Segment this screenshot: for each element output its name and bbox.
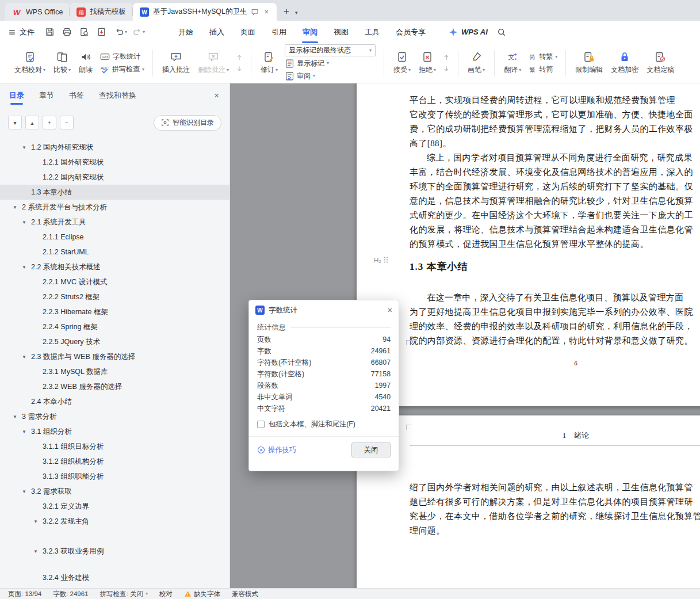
ribbon-translate-button[interactable]: 文翻译▾: [500, 49, 525, 77]
window-tab-wps-home[interactable]: WWPS Office: [5, 3, 70, 21]
status-spellcheck-toggle[interactable]: 拼写检查: 关闭▾: [94, 590, 154, 598]
document-page-2[interactable]: 1绪论 绍了国内外学者对相关问题的研究，由以上叙述表明，卫生信息化预算管题已经有…: [357, 415, 700, 588]
window-tab-docer-template[interactable]: 稻找稿壳模板: [70, 3, 133, 21]
ribbon-bubble-add-button[interactable]: 插入批注: [158, 49, 194, 77]
toc-item[interactable]: 2.2.2 Struts2 框架: [0, 289, 229, 304]
toc-item[interactable]: 3.1.1 组织目标分析: [0, 439, 229, 454]
ribbon-markup-button[interactable]: 显示标记▾: [285, 58, 376, 69]
sidebar-close-icon[interactable]: ×: [214, 83, 219, 108]
expand-triangle-icon[interactable]: ▼: [22, 429, 26, 434]
status-compat-mode[interactable]: 兼容模式: [226, 590, 264, 598]
tab-close-icon[interactable]: ×: [263, 7, 270, 16]
toc-item[interactable]: 3.2.4 业务建模: [0, 570, 229, 585]
toc-item[interactable]: 3.1.2 组织机构分析: [0, 454, 229, 469]
ribbon-tab-视图[interactable]: 视图: [326, 21, 357, 43]
ribbon-count-button[interactable]: 123字数统计: [100, 51, 144, 63]
smart-toc-button[interactable]: 智能识别目录: [154, 115, 221, 131]
dialog-close-icon[interactable]: ×: [388, 306, 392, 315]
toc-item[interactable]: 2.3.2 WEB 服务器的选择: [0, 379, 229, 394]
toc-item[interactable]: ▼3.2 需求获取: [0, 484, 229, 499]
toc-item[interactable]: 2.2.3 Hibernate 框架: [0, 304, 229, 319]
toc-item[interactable]: 2.1.1 Eclipse: [0, 230, 229, 245]
ribbon-proof-button[interactable]: 文档校对▾: [10, 49, 49, 77]
tab-list-chevron-icon[interactable]: ▾: [295, 10, 298, 16]
wps-ai-button[interactable]: WPS AI: [449, 28, 488, 37]
ribbon-final-button[interactable]: 文档定稿: [642, 49, 678, 77]
toc-item[interactable]: 2.3.1 MySQL 数据库: [0, 364, 229, 379]
ribbon-tab-插入[interactable]: 插入: [201, 21, 232, 43]
ribbon-bubble-del-button[interactable]: 删除批注▾: [194, 49, 233, 77]
toc-item[interactable]: 2.2.1 MVC 设计模式: [0, 274, 229, 289]
toc-item[interactable]: 1.3 本章小结: [0, 185, 229, 200]
ribbon-tab-工具[interactable]: 工具: [357, 21, 388, 43]
undo-button[interactable]: ▾: [114, 27, 127, 37]
expand-triangle-icon[interactable]: ▼: [22, 265, 26, 270]
ribbon-tab-引用[interactable]: 引用: [263, 21, 294, 43]
tips-link[interactable]: 操作技巧: [257, 445, 296, 455]
heading-level-marker[interactable]: H₂: [374, 256, 388, 264]
toc-item[interactable]: 2.2.5 JQuery 技术: [0, 334, 229, 349]
ribbon-accept-button[interactable]: 接受▾: [389, 49, 415, 77]
window-tab-document[interactable]: W基于JavaSSH+MySQL的卫生×: [133, 3, 277, 21]
toc-item[interactable]: ▼2.1 系统开发工具: [0, 215, 229, 230]
sidebar-tab-查找和替换[interactable]: 查找和替换: [99, 83, 136, 108]
sidebar-tab-书签[interactable]: 书签: [69, 83, 84, 108]
ribbon-tab-页面[interactable]: 页面: [232, 21, 263, 43]
toc-item[interactable]: ▼2.2 系统相关技术概述: [0, 260, 229, 274]
ribbon-tab-会员专享[interactable]: 会员专享: [388, 21, 434, 43]
expand-triangle-icon[interactable]: ▼: [22, 354, 26, 360]
status-missing-font[interactable]: 缺失字体: [178, 590, 226, 598]
redo-button[interactable]: ▾: [132, 27, 145, 37]
toc-item[interactable]: 3.1.3 组织职能分析: [0, 469, 229, 484]
ribbon-restrict-button[interactable]: 限制编辑: [571, 49, 607, 77]
toc-item[interactable]: ▼3.2.3 获取业务用例: [0, 544, 229, 559]
expand-triangle-icon[interactable]: ▼: [33, 549, 38, 554]
toc-item[interactable]: ▼3.2.2 发现主角: [0, 514, 229, 529]
markup-state-combobox[interactable]: 显示标记的最终状态▾: [285, 44, 376, 56]
ribbon-speaker-button[interactable]: 朗读: [75, 49, 97, 77]
toc-item[interactable]: ▼3 需求分析: [0, 409, 229, 424]
print-button[interactable]: [62, 27, 72, 37]
expand-triangle-icon[interactable]: ▼: [22, 489, 26, 494]
expand-triangle-icon[interactable]: ▼: [22, 220, 26, 225]
sidebar-tab-章节[interactable]: 章节: [39, 83, 54, 108]
toc-item[interactable]: 2.2.4 Spring 框架: [0, 319, 229, 334]
ribbon-encrypt-button[interactable]: 文档加密: [607, 49, 642, 77]
status-page-indicator[interactable]: 页面: 13/94: [2, 590, 47, 598]
ribbon-tab-开始[interactable]: 开始: [170, 21, 201, 43]
include-footnotes-checkbox[interactable]: 包括文本框、脚注和尾注(F): [257, 419, 391, 429]
comment-bubble-icon[interactable]: [251, 8, 259, 16]
dialog-titlebar[interactable]: W 字数统计 ×: [249, 300, 399, 320]
drag-handle-icon[interactable]: [384, 256, 388, 264]
ribbon-brush-button[interactable]: 画笔▾: [464, 49, 489, 77]
ribbon-zh-fan-button[interactable]: 繁转简: [528, 64, 557, 75]
ribbon-zh-jian-button[interactable]: 简转繁▾: [528, 51, 557, 63]
chevron-up-button[interactable]: ▴: [25, 116, 39, 129]
ribbon-tab-审阅[interactable]: 审阅: [294, 21, 326, 43]
toc-item[interactable]: 2.4 本章小结: [0, 394, 229, 409]
toc-item[interactable]: 1.2.1 国外研究现状: [0, 155, 229, 170]
toc-item[interactable]: 3.2.1 定义边界: [0, 499, 229, 514]
ribbon-review-button[interactable]: 审阅▾: [285, 70, 376, 82]
expand-triangle-icon[interactable]: ▼: [22, 145, 26, 150]
ribbon-spell-button[interactable]: ABC拼写检查▾: [100, 64, 144, 75]
minus-button[interactable]: −: [60, 116, 74, 129]
expand-triangle-icon[interactable]: ▼: [13, 414, 17, 419]
chevron-down-button[interactable]: ▾: [8, 116, 22, 129]
toc-item[interactable]: 1.2.2 国内研究现状: [0, 170, 229, 185]
prev-change-button[interactable]: [442, 54, 450, 61]
toc-item[interactable]: ▼3.1 组织分析: [0, 424, 229, 439]
expand-triangle-icon[interactable]: ▼: [13, 205, 17, 210]
toc-item[interactable]: ▼2.3 数据库与 WEB 服务器的选择: [0, 349, 229, 364]
status-proofread[interactable]: 校对: [154, 590, 178, 598]
search-icon[interactable]: [497, 28, 506, 37]
save-button[interactable]: [45, 27, 55, 37]
export-button[interactable]: [97, 27, 106, 37]
preview-button[interactable]: [79, 27, 89, 37]
ribbon-compare-button[interactable]: 比较▾: [49, 49, 75, 77]
plus-button[interactable]: +: [43, 116, 56, 129]
sidebar-tab-目录[interactable]: 目录: [9, 83, 24, 108]
file-menu-button[interactable]: 文件: [8, 27, 35, 37]
toc-item[interactable]: ▼1.2 国内外研究现状: [0, 140, 229, 155]
toc-item[interactable]: 2.1.2 StarUML: [0, 245, 229, 260]
